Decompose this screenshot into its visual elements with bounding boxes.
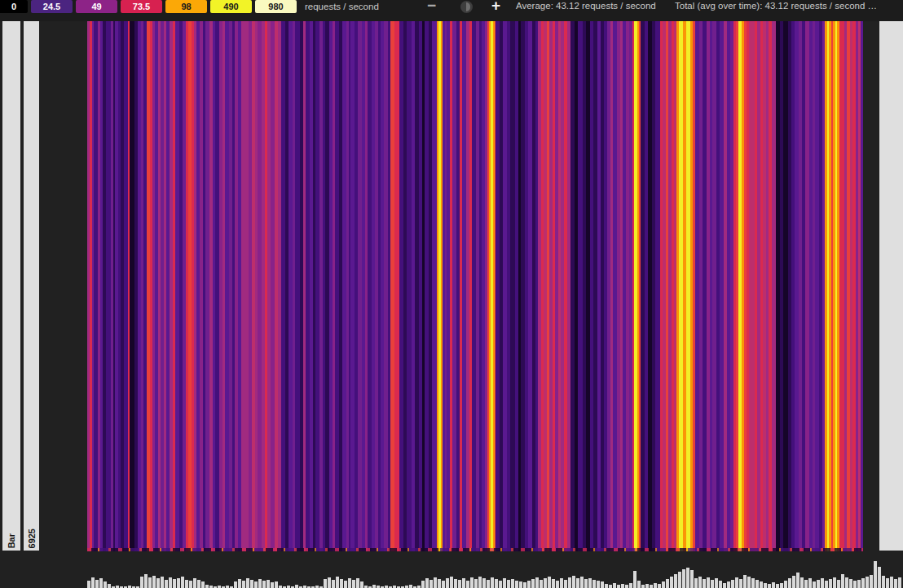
minimap-bar [772, 582, 775, 588]
legend-threshold-box[interactable]: 49 [76, 0, 117, 13]
average-stat: Average: 43.12 requests / second [516, 1, 656, 11]
minimap-bar [266, 580, 270, 588]
minimap-bar [91, 577, 95, 588]
minimap-bar [482, 578, 486, 588]
minimap-bar [152, 576, 156, 588]
minimap-bar [523, 582, 526, 588]
right-gutter-panel [879, 21, 903, 551]
minimap-bar [254, 581, 258, 588]
chart-column-label: 6925 [27, 529, 37, 551]
minimap-bar [792, 576, 795, 588]
zoom-out-button[interactable]: − [427, 0, 436, 11]
minimap-bar [409, 585, 412, 588]
minimap-bar [511, 579, 514, 588]
minimap-bar [711, 580, 714, 588]
minimap-bar [878, 567, 881, 588]
minimap-bar [605, 584, 608, 588]
minimap-bar [429, 580, 433, 588]
legend-threshold-box[interactable]: 490 [210, 0, 252, 13]
minimap-bar [556, 581, 559, 588]
minimap-bar [654, 583, 657, 588]
minimap-bar [487, 580, 490, 588]
minimap-bar [181, 577, 184, 588]
minimap-bar [576, 578, 579, 588]
minimap-bar [99, 578, 103, 588]
minimap-bar [813, 581, 816, 588]
minimap-bar [637, 581, 641, 588]
chart-column-6925[interactable]: 6925 [24, 21, 39, 551]
minimap-bar [874, 561, 877, 588]
minimap-bar [723, 583, 726, 588]
legend-threshold-box[interactable]: 0 [0, 0, 28, 13]
minimap-bar [837, 580, 840, 588]
minimap-bar [768, 584, 771, 588]
minimap-bar [328, 577, 331, 588]
minimap-bar [95, 580, 99, 588]
heatmap-timeline[interactable] [87, 21, 863, 551]
minimap-bar [866, 577, 869, 588]
legend-threshold-box[interactable]: 73.5 [121, 0, 162, 13]
minimap-bar [743, 575, 747, 588]
minimap-bar [882, 576, 885, 588]
minimap-bar [690, 570, 694, 588]
minimap-bar [601, 581, 604, 588]
minimap-bar [169, 577, 172, 588]
minimap-bar [853, 581, 857, 588]
legend-threshold-box[interactable]: 98 [165, 0, 207, 13]
minimap-bar [434, 577, 437, 588]
minimap-bar [894, 579, 897, 588]
color-legend: 024.54973.598490980 [0, 0, 297, 13]
minimap-bar [189, 581, 192, 588]
minimap-bar [495, 579, 498, 588]
minimap-bar [499, 581, 502, 588]
chart-column-bar[interactable]: Bar [2, 21, 20, 551]
top-toolbar: 024.54973.598490980 requests / second − … [0, 0, 903, 21]
minimap-bar [841, 574, 844, 588]
legend-threshold-box[interactable]: 980 [255, 0, 297, 13]
minimap-bar [890, 577, 893, 588]
minimap-bar [104, 581, 107, 588]
minimap-bar [201, 581, 205, 588]
minimap-bar [173, 579, 176, 588]
minimap-bar [491, 577, 494, 588]
minimap-bar [87, 581, 90, 588]
minimap-bar [788, 578, 791, 588]
minimap-bar [780, 583, 783, 588]
minimap-bar [507, 580, 510, 588]
minimap-bar [870, 575, 873, 588]
minimap-bar [609, 585, 612, 588]
minimap-bar [275, 581, 278, 588]
minimap-bar [804, 580, 808, 588]
minimap-bar [861, 578, 865, 588]
minimap-bar [735, 577, 738, 588]
heatmap-stripe[interactable] [861, 21, 863, 551]
minimap-bar [845, 577, 848, 588]
minimap-bar [535, 577, 539, 588]
legend-threshold-box[interactable]: 24.5 [31, 0, 73, 13]
minimap-bar [662, 581, 665, 588]
minimap-bar [857, 580, 861, 588]
minimap-bar [295, 585, 298, 588]
minimap-bar [238, 579, 241, 588]
minimap-bar [625, 585, 628, 588]
minimap-bar [707, 577, 710, 588]
minimap-bar [197, 580, 200, 588]
minimap-bar [462, 578, 465, 588]
minimap-bar [165, 580, 168, 588]
overview-minimap[interactable] [87, 559, 903, 588]
minimap-bar [478, 577, 482, 588]
minimap-bar [849, 579, 852, 588]
minimap-bar [470, 577, 474, 588]
minimap-bar [800, 577, 804, 588]
minimap-bar [764, 583, 767, 588]
minimap-bar [698, 577, 702, 588]
minimap-bar [250, 580, 253, 588]
minimap-bar [454, 579, 457, 588]
contrast-gear-icon[interactable] [460, 1, 473, 13]
minimap-bar [641, 585, 645, 588]
zoom-in-button[interactable]: + [491, 0, 500, 11]
minimap-bar [540, 580, 543, 588]
unit-label: requests / second [305, 0, 379, 13]
minimap-bar [617, 585, 620, 588]
minimap-bar [776, 584, 779, 588]
